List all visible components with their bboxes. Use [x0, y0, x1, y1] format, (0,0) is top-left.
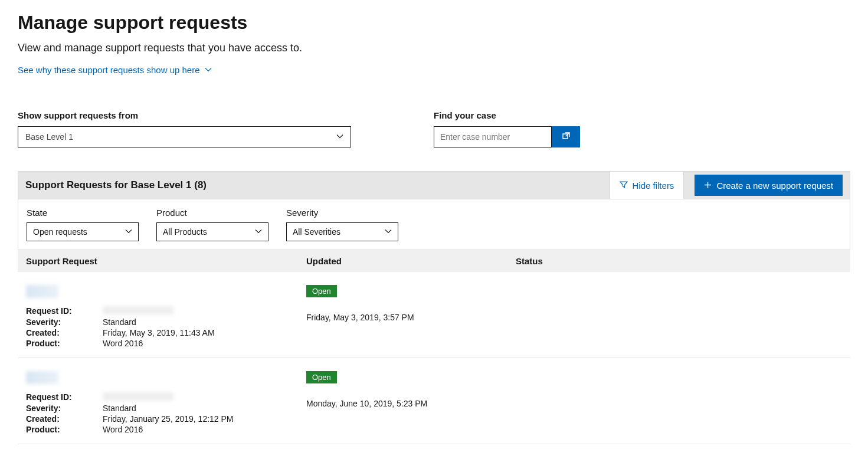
- value-severity: Standard: [103, 404, 136, 413]
- value-updated: Friday, May 3, 2019, 3:57 PM: [306, 313, 516, 322]
- create-request-label: Create a new support request: [716, 181, 833, 191]
- why-link-text: See why these support requests show up h…: [18, 65, 200, 75]
- status-badge: Open: [306, 285, 337, 297]
- open-external-icon: [561, 131, 571, 143]
- value-request-id-redacted: [103, 392, 173, 401]
- why-link[interactable]: See why these support requests show up h…: [18, 65, 212, 75]
- col-request[interactable]: Support Request: [26, 256, 306, 266]
- product-filter-label: Product: [156, 208, 268, 218]
- panel-title: Support Requests for Base Level 1 (8): [25, 179, 207, 191]
- col-updated[interactable]: Updated: [306, 256, 516, 266]
- label-request-id: Request ID:: [26, 306, 103, 316]
- product-filter-select[interactable]: All Products: [156, 222, 268, 241]
- table-header: Support Request Updated Status: [18, 250, 850, 272]
- label-product: Product:: [26, 425, 103, 434]
- value-product: Word 2016: [103, 339, 143, 348]
- state-filter-value: Open requests: [33, 227, 87, 237]
- severity-filter-value: All Severities: [293, 227, 340, 237]
- status-badge: Open: [306, 371, 337, 383]
- label-created: Created:: [26, 328, 103, 337]
- value-created: Friday, January 25, 2019, 12:12 PM: [103, 414, 234, 424]
- label-severity: Severity:: [26, 317, 103, 327]
- plus-icon: [704, 181, 712, 191]
- value-severity: Standard: [103, 317, 136, 327]
- state-filter-label: State: [27, 208, 139, 218]
- state-filter-select[interactable]: Open requests: [27, 222, 139, 241]
- severity-filter-select[interactable]: All Severities: [286, 222, 398, 241]
- page-subtitle: View and manage support requests that yo…: [18, 42, 850, 54]
- label-product: Product:: [26, 339, 103, 348]
- value-updated: Monday, June 10, 2019, 5:23 PM: [306, 399, 516, 408]
- hide-filters-button[interactable]: Hide filters: [610, 172, 684, 199]
- row-title-redacted: [26, 371, 58, 384]
- label-created: Created:: [26, 414, 103, 424]
- panel-header: Support Requests for Base Level 1 (8) Hi…: [18, 171, 850, 199]
- label-severity: Severity:: [26, 404, 103, 413]
- find-case-button[interactable]: [552, 126, 580, 147]
- create-request-button[interactable]: Create a new support request: [695, 175, 843, 196]
- table-row[interactable]: Request ID: Severity:Standard Created:Fr…: [18, 358, 850, 444]
- chevron-down-icon: [336, 132, 343, 142]
- table-row[interactable]: Request ID: Severity:Standard Created:Fr…: [18, 272, 850, 358]
- row-title-redacted: [26, 285, 58, 298]
- case-number-input[interactable]: [434, 126, 552, 147]
- chevron-down-icon: [385, 227, 392, 237]
- label-request-id: Request ID:: [26, 392, 103, 402]
- value-product: Word 2016: [103, 425, 143, 434]
- hide-filters-label: Hide filters: [633, 181, 674, 191]
- chevron-down-icon: [125, 227, 132, 237]
- value-request-id-redacted: [103, 306, 173, 314]
- scope-select[interactable]: Base Level 1: [18, 126, 351, 147]
- product-filter-value: All Products: [163, 227, 207, 237]
- col-status[interactable]: Status: [516, 256, 842, 266]
- chevron-down-icon: [255, 227, 262, 237]
- chevron-down-icon: [205, 65, 212, 75]
- filter-icon: [620, 181, 628, 191]
- scope-value: Base Level 1: [25, 132, 73, 142]
- severity-filter-label: Severity: [286, 208, 398, 218]
- scope-label: Show support requests from: [18, 110, 351, 120]
- value-created: Friday, May 3, 2019, 11:43 AM: [103, 328, 215, 337]
- filters-bar: State Open requests Product All Products…: [18, 199, 850, 250]
- find-label: Find your case: [434, 110, 580, 120]
- page-title: Manage support requests: [18, 12, 850, 34]
